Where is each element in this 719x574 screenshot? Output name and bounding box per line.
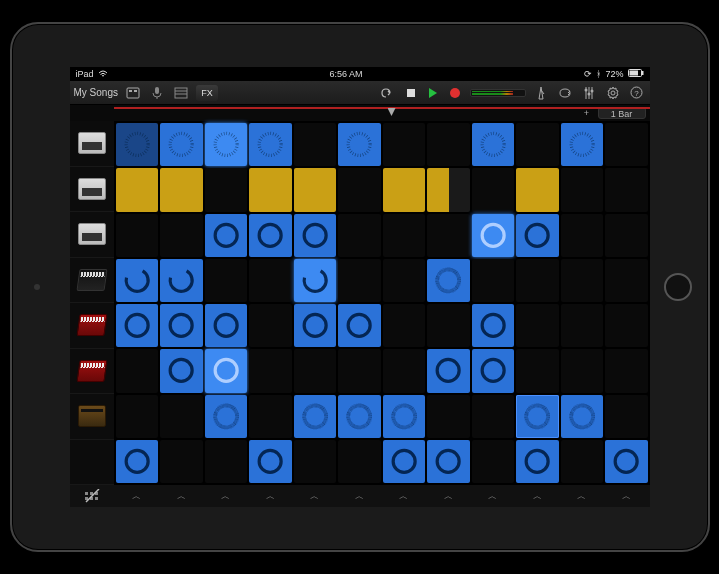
loop-cell[interactable] <box>427 168 470 211</box>
loop-cell[interactable] <box>294 168 337 211</box>
loop-cell[interactable] <box>160 304 203 347</box>
fx-button[interactable]: FX <box>196 85 218 101</box>
grid-edit-icon[interactable] <box>70 489 114 503</box>
column-trigger[interactable]: ︿ <box>383 490 426 503</box>
loop-cell[interactable] <box>249 304 292 347</box>
loop-cell[interactable] <box>249 168 292 211</box>
loop-cell[interactable] <box>561 349 604 392</box>
loop-cell[interactable] <box>249 440 292 483</box>
loop-cell[interactable] <box>294 349 337 392</box>
loop-cell[interactable] <box>605 304 648 347</box>
loop-cell[interactable] <box>561 214 604 257</box>
column-trigger[interactable]: ︿ <box>472 490 515 503</box>
loop-cell[interactable] <box>294 395 337 438</box>
loop-cell[interactable] <box>605 259 648 302</box>
master-volume-meter[interactable] <box>470 89 526 97</box>
record-button[interactable] <box>446 85 464 101</box>
loop-cell[interactable] <box>516 259 559 302</box>
loop-cell[interactable] <box>561 440 604 483</box>
loop-cell[interactable] <box>205 304 248 347</box>
loop-cell[interactable] <box>294 259 337 302</box>
column-trigger[interactable]: ︿ <box>561 490 604 503</box>
loop-cell[interactable] <box>561 395 604 438</box>
column-trigger[interactable]: ︿ <box>116 490 159 503</box>
loop-cell[interactable] <box>160 259 203 302</box>
loop-cell[interactable] <box>427 395 470 438</box>
playhead-marker[interactable] <box>388 108 396 116</box>
loop-cell[interactable] <box>516 168 559 211</box>
timeline-ruler[interactable]: + 1 Bar <box>70 105 650 121</box>
loop-cell[interactable] <box>338 304 381 347</box>
loop-cell[interactable] <box>561 123 604 166</box>
loop-cell[interactable] <box>427 259 470 302</box>
loop-cell[interactable] <box>338 123 381 166</box>
loop-cell[interactable] <box>205 168 248 211</box>
loop-cell[interactable] <box>205 349 248 392</box>
loop-cell[interactable] <box>516 395 559 438</box>
column-trigger[interactable]: ︿ <box>427 490 470 503</box>
loop-cell[interactable] <box>116 440 159 483</box>
column-trigger[interactable]: ︿ <box>205 490 248 503</box>
tracks-icon[interactable] <box>172 85 190 101</box>
column-trigger[interactable]: ︿ <box>160 490 203 503</box>
loop-cell[interactable] <box>160 123 203 166</box>
loop-cell[interactable] <box>427 440 470 483</box>
loop-cell[interactable] <box>383 214 426 257</box>
metronome-icon[interactable] <box>532 85 550 101</box>
loop-cell[interactable] <box>605 395 648 438</box>
loop-cell[interactable] <box>116 168 159 211</box>
back-button[interactable]: My Songs <box>74 87 118 98</box>
loop-cell[interactable] <box>160 349 203 392</box>
settings-icon[interactable] <box>604 85 622 101</box>
track-header[interactable] <box>70 394 114 440</box>
loop-cell[interactable] <box>605 349 648 392</box>
loop-cell[interactable] <box>116 395 159 438</box>
loop-cell[interactable] <box>383 440 426 483</box>
loop-cell[interactable] <box>338 168 381 211</box>
loop-cell[interactable] <box>294 440 337 483</box>
loop-cell[interactable] <box>249 259 292 302</box>
loop-icon[interactable] <box>556 85 574 101</box>
loop-cell[interactable] <box>249 123 292 166</box>
loop-cell[interactable] <box>338 214 381 257</box>
loop-cell[interactable] <box>383 304 426 347</box>
loop-cell[interactable] <box>427 349 470 392</box>
loop-cell[interactable] <box>338 395 381 438</box>
loop-cell[interactable] <box>116 259 159 302</box>
loop-cell[interactable] <box>561 259 604 302</box>
loop-cell[interactable] <box>160 440 203 483</box>
loop-cell[interactable] <box>294 123 337 166</box>
loop-cell[interactable] <box>160 214 203 257</box>
loop-cell[interactable] <box>516 440 559 483</box>
track-header[interactable] <box>70 167 114 213</box>
loop-cell[interactable] <box>205 123 248 166</box>
loop-cell[interactable] <box>472 304 515 347</box>
loop-cell[interactable] <box>383 349 426 392</box>
loop-cell[interactable] <box>561 168 604 211</box>
track-header[interactable] <box>70 121 114 167</box>
browser-icon[interactable] <box>124 85 142 101</box>
play-button[interactable] <box>424 85 442 101</box>
add-section-button[interactable]: + <box>580 108 594 118</box>
loop-cell[interactable] <box>472 349 515 392</box>
loop-cell[interactable] <box>383 259 426 302</box>
loop-cell[interactable] <box>205 395 248 438</box>
track-header[interactable] <box>70 212 114 258</box>
loop-cell[interactable] <box>427 214 470 257</box>
help-icon[interactable]: ? <box>628 85 646 101</box>
loop-cell[interactable] <box>205 259 248 302</box>
loop-cell[interactable] <box>338 440 381 483</box>
loop-cell[interactable] <box>605 123 648 166</box>
column-trigger[interactable]: ︿ <box>338 490 381 503</box>
loop-cell[interactable] <box>472 123 515 166</box>
loop-cell[interactable] <box>383 395 426 438</box>
loop-cell[interactable] <box>472 259 515 302</box>
column-trigger[interactable]: ︿ <box>516 490 559 503</box>
loop-cell[interactable] <box>605 168 648 211</box>
track-header[interactable] <box>70 258 114 304</box>
loop-cell[interactable] <box>472 214 515 257</box>
loop-cell[interactable] <box>472 395 515 438</box>
loop-cell[interactable] <box>294 304 337 347</box>
loop-cell[interactable] <box>427 123 470 166</box>
loop-cell[interactable] <box>472 168 515 211</box>
